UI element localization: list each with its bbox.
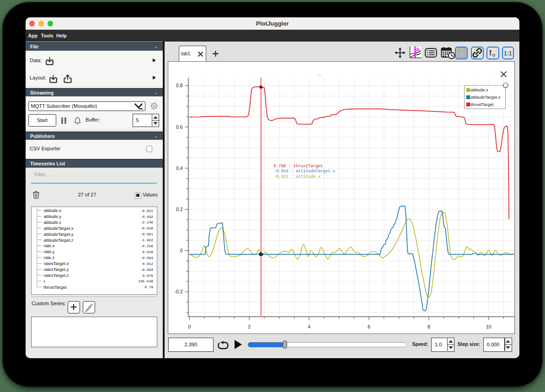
svg-text:0.018: 0.018 [142,250,153,254]
svg-text:o: o [492,52,495,58]
svg-text:8: 8 [427,323,430,329]
svg-text:t: t [43,278,45,283]
svg-text:0.012: 0.012 [142,262,153,265]
svg-text:0.8: 0.8 [176,83,183,88]
svg-text:-0.063: -0.063 [140,256,153,260]
svg-text:...: ... [318,71,321,76]
svg-text:rate.z: rate.z [43,255,54,260]
svg-text:0.6: 0.6 [176,124,183,129]
svg-text:-0.051: -0.051 [140,233,153,236]
svg-text:10: 10 [486,323,492,329]
svg-text:ratesTarget.z: ratesTarget.z [43,272,69,277]
svg-text:attitude.x: attitude.x [43,208,61,213]
svg-text:-1.922: -1.922 [140,238,153,242]
svg-text:attitudeTarget.x: attitudeTarget.x [43,225,73,230]
svg-text:attitude.y: attitude.y [43,213,61,218]
svg-text:0.2: 0.2 [176,207,183,212]
svg-text:ratesTarget.x: ratesTarget.x [43,261,69,266]
svg-text:-0.2: -0.2 [174,289,182,294]
svg-text:0: 0 [180,248,183,253]
svg-text:-0.156: -0.156 [140,244,153,248]
svg-text:attitude.z: attitude.z [43,219,61,224]
svg-text:-0.018: -0.018 [140,227,153,230]
svg-text:6: 6 [368,323,370,329]
svg-text:attitudeTarget.y: attitudeTarget.y [43,231,73,236]
svg-text:0.676: 0.676 [142,274,153,277]
svg-text:4: 4 [308,323,310,329]
svg-text:attitudeTarget.z: attitudeTarget.z [43,237,73,242]
svg-text:-0.018 : attitudeTarget.x: -0.018 : attitudeTarget.x [274,169,336,174]
svg-text:thrustTarget: thrustTarget [470,101,494,106]
svg-text:-0.021: -0.021 [140,209,153,212]
svg-text:2: 2 [248,323,251,329]
svg-text:-0.021 : attitude.x: -0.021 : attitude.x [274,174,321,179]
svg-text:thrustTarget: thrustTarget [43,284,67,289]
svg-text:attitude.x: attitude.x [470,87,488,92]
svg-text:rate.y: rate.y [43,249,54,254]
svg-text:0.79: 0.79 [144,286,153,289]
svg-text:1:1: 1:1 [504,50,512,57]
svg-text:ratesTarget.y: ratesTarget.y [43,267,69,272]
svg-text:0: 0 [188,323,191,329]
svg-text:A: A [416,47,420,53]
svg-text:-2.148: -2.148 [140,221,153,224]
svg-text:attitudeTarget.x: attitudeTarget.x [470,94,500,99]
svg-text:rate.x: rate.x [43,243,54,248]
svg-text:-0.083: -0.083 [140,268,153,271]
svg-text:0.4: 0.4 [176,165,183,170]
svg-text:0.790 : thrustTarget: 0.790 : thrustTarget [274,164,323,169]
svg-text:t: t [489,48,492,57]
svg-text:245.548: 245.548 [138,280,153,283]
svg-text:-0.032: -0.032 [140,215,153,218]
